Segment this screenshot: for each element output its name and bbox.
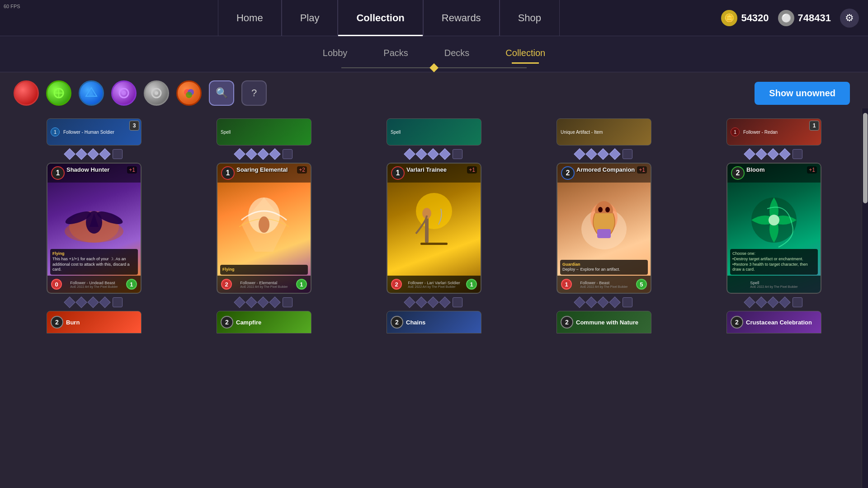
partial-card-5[interactable]: 1 Follower - Redan 1 xyxy=(726,118,821,145)
pip-col-1 xyxy=(14,149,175,159)
burn-card[interactable]: 2 Burn xyxy=(47,311,142,333)
pip-square xyxy=(283,297,292,307)
pip xyxy=(767,296,778,308)
sub-nav-collection[interactable]: Collection xyxy=(505,48,545,60)
scrollbar-track xyxy=(862,108,868,488)
keyword: Flying xyxy=(52,251,136,257)
pip-col-8 xyxy=(354,297,514,307)
card-bg: 1 Soaring Elemental +2 xyxy=(217,164,311,293)
partial-card-1[interactable]: 1 Follower - Human Soldier 3 xyxy=(47,118,142,145)
soaring-elemental-col: 1 Soaring Elemental +2 xyxy=(184,163,344,294)
footer-type: Follower - Beast AoE 2022 Art by The Pix… xyxy=(580,281,627,288)
show-unowned-button[interactable]: Show unowned xyxy=(755,82,850,105)
svg-point-32 xyxy=(769,215,779,225)
scrollbar-thumb[interactable] xyxy=(863,113,868,203)
svg-rect-30 xyxy=(597,229,611,238)
card-header: 2 Bloom +1 xyxy=(727,164,821,183)
question-filter-button[interactable]: ? xyxy=(241,80,267,106)
pip xyxy=(99,148,110,160)
filter-purple[interactable] xyxy=(111,80,137,106)
cost-circle: 1 xyxy=(221,166,235,180)
card-bg: 2 Armored Companion +1 xyxy=(557,164,651,293)
cost-circle: 1 xyxy=(51,166,65,180)
armored-companion-card[interactable]: 2 Armored Companion +1 xyxy=(557,163,651,294)
keyword: Flying xyxy=(222,267,306,272)
soaring-elemental-card[interactable]: 1 Soaring Elemental +2 xyxy=(217,163,311,294)
footer-credits: AoE 2022 Art by The Pixel Builder xyxy=(408,285,460,288)
filter-blue[interactable] xyxy=(79,80,104,106)
crustacean-card[interactable]: 2 Crustacean Celebration xyxy=(726,311,821,333)
svg-point-8 xyxy=(155,91,158,95)
partial-card-3-name: Spell xyxy=(391,130,401,135)
partial-card-3[interactable]: Spell xyxy=(387,118,481,145)
pip-square xyxy=(453,297,462,307)
sub-nav-lobby[interactable]: Lobby xyxy=(323,48,348,60)
card-header: 1 Shadow Hunter +1 xyxy=(47,164,141,183)
cost-badge: 2 xyxy=(391,316,403,328)
varlari-trainee-card[interactable]: 1 Varlari Trainee +1 xyxy=(387,163,481,294)
campfire-col: 2 Campfire xyxy=(184,311,344,333)
pip xyxy=(245,148,257,160)
nav-collection[interactable]: Collection xyxy=(338,0,423,36)
nav-play[interactable]: Play xyxy=(282,0,338,36)
footer-type: Spell AoE 2022 Art by The Pixel Builder xyxy=(750,281,797,288)
partial-card-4[interactable]: Unique Artifact - Item xyxy=(557,118,651,145)
armored-companion-col: 2 Armored Companion +1 xyxy=(524,163,684,294)
footer-credits: AoE 2022 Art by The Pixel Builder xyxy=(240,285,288,288)
campfire-card[interactable]: 2 Campfire xyxy=(217,311,311,333)
commune-card[interactable]: 2 Commune with Nature xyxy=(557,311,651,333)
card-text: Choose one: •Destroy target artifact or … xyxy=(730,249,818,275)
pip xyxy=(87,148,99,160)
pip-col-9 xyxy=(524,297,684,307)
pip-square xyxy=(113,149,123,159)
nav-home[interactable]: Home xyxy=(218,0,282,36)
partial-card-5-name: Follower - Redan xyxy=(743,130,778,135)
pip xyxy=(755,296,767,308)
card-name: Armored Companion xyxy=(575,166,637,173)
pip xyxy=(597,148,609,160)
card-bg: 1 Shadow Hunter +1 xyxy=(47,164,141,293)
bottom-partial-row: 2 Burn 2 Campfire 2 Chains 2 Commune wit… xyxy=(14,311,854,338)
pip xyxy=(234,148,245,160)
chains-card[interactable]: 2 Chains xyxy=(387,311,481,333)
pip xyxy=(427,148,439,160)
sub-nav-decks[interactable]: Decks xyxy=(444,48,470,60)
filter-gray[interactable] xyxy=(144,80,169,106)
pip xyxy=(439,296,450,308)
atk-mod: +1 xyxy=(467,166,477,174)
pip xyxy=(609,296,620,308)
pip xyxy=(269,296,280,308)
partial-cards-row: 1 Follower - Human Soldier 3 Spell Spell xyxy=(14,114,854,145)
pip-square xyxy=(793,297,802,307)
shadow-hunter-col: 1 Shadow Hunter +1 xyxy=(14,163,175,294)
sub-nav-packs[interactable]: Packs xyxy=(383,48,408,60)
svg-point-20 xyxy=(259,216,269,233)
nav-shop[interactable]: Shop xyxy=(500,0,560,36)
copy-badge-5: 1 xyxy=(809,121,819,131)
pip xyxy=(744,148,755,160)
filter-green[interactable] xyxy=(46,80,71,106)
pip xyxy=(245,296,257,308)
card-header: 2 Armored Companion +1 xyxy=(557,164,651,183)
pip-col-6 xyxy=(14,297,175,307)
footer-type: Follower - Undead Beast AoE 2022 Art by … xyxy=(70,281,118,288)
pip xyxy=(427,296,439,308)
bloom-card[interactable]: 2 Bloom +1 xyxy=(726,163,821,294)
zoom-filter-button[interactable]: 🔍 xyxy=(209,80,234,106)
card-art xyxy=(387,186,481,258)
pip-square xyxy=(453,149,462,159)
footer-type: Follower - Lari Varlari Soldier AoE 2022… xyxy=(408,281,460,288)
nav-rewards[interactable]: Rewards xyxy=(423,0,500,36)
settings-button[interactable]: ⚙ xyxy=(840,9,859,28)
question-icon: ? xyxy=(251,87,257,99)
hp-stat: 5 xyxy=(636,279,647,290)
pip xyxy=(404,296,415,308)
filter-multi[interactable] xyxy=(176,80,202,106)
filter-red[interactable] xyxy=(14,80,39,106)
card-art xyxy=(47,186,141,258)
partial-card-2[interactable]: Spell xyxy=(217,118,311,145)
pip xyxy=(779,296,790,308)
shadow-hunter-card[interactable]: 1 Shadow Hunter +1 xyxy=(47,163,142,294)
card-type: Spell xyxy=(750,281,797,285)
gold-icon: 🪙 xyxy=(721,10,737,26)
